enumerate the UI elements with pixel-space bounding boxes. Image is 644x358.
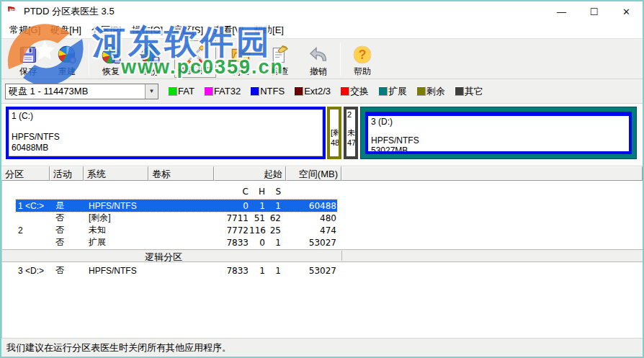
menu-harddisk[interactable]: 硬盘[H] <box>45 22 86 38</box>
remainder-label: [剩余] <box>331 128 339 138</box>
ext23-color-swatch <box>294 86 303 96</box>
legend-item-fat32: FAT32 <box>204 86 241 97</box>
save-icon <box>17 44 39 66</box>
partition-d-fs: HPFS/NTFS <box>371 135 419 146</box>
chs-subheader: C H S <box>16 185 337 197</box>
restore-button[interactable]: 恢复 <box>91 40 130 78</box>
help-label: 帮助 <box>354 66 371 76</box>
backup-icon <box>139 44 161 66</box>
header-system[interactable]: 系统 <box>84 166 148 181</box>
table-row-remainder[interactable]: 否 [剩余] 7711 51 62 480 <box>16 212 337 224</box>
chs-s: S <box>266 187 282 197</box>
table-row-extended[interactable]: 否 扩展 7833 0 1 53027 <box>16 236 337 249</box>
check-label: 检查 <box>271 66 288 76</box>
fat-color-swatch <box>168 86 177 96</box>
undo-label: 撤销 <box>310 66 327 76</box>
menu-help[interactable]: 帮助[E] <box>249 22 289 38</box>
backup-label: 备份 <box>141 66 158 76</box>
check-button[interactable]: 检查 <box>260 40 299 78</box>
header-space[interactable]: 空间(MB) <box>286 166 341 181</box>
partition-type-legend: FAT FAT32 NTFS Ext2/3 交换 扩展 剩余 其它 <box>168 85 493 98</box>
toolbar: 保存 重建 <box>1 38 643 79</box>
table-row-c[interactable]: 1 <C:> 是 HPFS/NTFS 0 1 1 60488 <box>16 200 337 212</box>
legend-item-remainder: 剩余 <box>416 85 445 98</box>
unknown-label: 未知 <box>347 128 355 138</box>
restore-label: 恢复 <box>102 66 120 76</box>
header-start[interactable]: 起始 <box>214 166 286 181</box>
browse-label: 浏览 <box>232 66 249 76</box>
repair-boot-icon <box>184 43 206 65</box>
remainder-size: 480 <box>331 138 339 148</box>
toolbar-separator <box>171 42 172 76</box>
window-title: PTDD 分区表医生 3.5 <box>24 5 115 18</box>
toolbar-separator <box>218 42 219 76</box>
legend-item-ext23: Ext2/3 <box>294 86 331 97</box>
close-button[interactable]: ✕ <box>610 1 643 22</box>
partition-c-name: 1 (C:) <box>12 111 33 121</box>
band-divider <box>341 251 342 261</box>
partition-c-size: 60488MB <box>12 143 48 153</box>
chs-h: H <box>249 187 266 197</box>
browse-button[interactable]: 浏览 <box>221 40 260 78</box>
partition-block-unknown[interactable]: 2 未知 474 <box>344 107 358 159</box>
partition-d-name: 3 (D:) <box>371 117 393 127</box>
header-filler <box>341 166 643 181</box>
save-button[interactable]: 保存 <box>9 40 48 78</box>
dropdown-arrow-icon[interactable]: ▼ <box>145 84 158 99</box>
legend-item-fat: FAT <box>168 86 194 97</box>
partition-table-body: C H S 1 <C:> 是 HPFS/NTFS 0 1 1 60488 否 [… <box>1 181 643 338</box>
backup-button[interactable]: 备份 <box>130 40 169 78</box>
header-partition[interactable]: 分区 <box>1 166 50 181</box>
table-header: 分区 活动 系统 卷标 起始 空间(MB) <box>1 166 643 181</box>
extended-color-swatch <box>378 86 388 96</box>
repair-boot-button[interactable]: 修复引导 <box>174 40 216 78</box>
minimize-button[interactable]: — <box>545 1 578 22</box>
swap-color-swatch <box>340 86 349 96</box>
menu-general[interactable]: 常规[G] <box>4 22 45 38</box>
undo-icon <box>308 44 329 66</box>
menu-partition[interactable]: 分区[P] <box>86 22 127 38</box>
help-icon: ? <box>352 44 373 66</box>
unknown-number: 2 <box>347 110 355 120</box>
menu-bar: 常规[G] 硬盘[H] 分区[P] 操作[O] 扇区[S] 查看[V] 帮助[E… <box>1 22 643 38</box>
partition-map: 1 (C:) HPFS/NTFS 60488MB [剩余] 480 2 未知 4… <box>1 103 643 166</box>
menu-view[interactable]: 查看[V] <box>208 22 249 38</box>
disk-legend-row: 硬盘 1 - 114473MB ▼ FAT FAT32 NTFS Ext2/3 … <box>1 79 643 103</box>
legend-item-other: 其它 <box>455 85 483 98</box>
legend-item-swap: 交换 <box>340 85 369 98</box>
disk-selector-value: 硬盘 1 - 114473MB <box>6 85 145 98</box>
title-bar: TD PTDD 分区表医生 3.5 — ☐ ✕ <box>1 1 643 22</box>
app-icon: TD <box>6 6 18 17</box>
help-button[interactable]: ? 帮助 <box>343 40 382 78</box>
header-label[interactable]: 卷标 <box>148 166 214 181</box>
partition-block-c[interactable]: 1 (C:) HPFS/NTFS 60488MB <box>6 107 326 159</box>
check-icon <box>269 44 290 66</box>
menu-sector[interactable]: 扇区[S] <box>168 22 208 38</box>
rebuild-label: 重建 <box>58 66 76 76</box>
partition-block-remainder[interactable]: [剩余] 480 <box>327 107 341 159</box>
logical-partition-label: 逻辑分区 <box>5 251 322 264</box>
maximize-button[interactable]: ☐ <box>578 1 610 22</box>
rebuild-icon <box>56 44 78 66</box>
partition-d-size: 53027MB <box>371 146 408 154</box>
other-color-swatch <box>455 86 464 96</box>
disk-selector[interactable]: 硬盘 1 - 114473MB ▼ <box>5 84 158 99</box>
svg-text:TD: TD <box>10 7 15 12</box>
status-message: 我们建议在运行分区表医生时关闭所有其他应用程序。 <box>6 341 231 354</box>
table-row-unknown[interactable]: 2 否 未知 7772 116 25 474 <box>16 224 337 236</box>
header-active[interactable]: 活动 <box>50 166 84 181</box>
remainder-color-swatch <box>416 86 426 96</box>
browse-folder-icon <box>230 44 251 66</box>
partition-c-fs: HPFS/NTFS <box>12 132 60 142</box>
undo-button[interactable]: 撤销 <box>299 40 338 78</box>
toolbar-separator <box>340 42 341 76</box>
partition-block-extended[interactable]: 3 (D:) HPFS/NTFS 53027MB <box>360 107 637 159</box>
rebuild-button[interactable]: 重建 <box>48 40 86 78</box>
table-row-d[interactable]: 3 <D:> 否 HPFS/NTFS 7833 1 1 53027 <box>16 264 337 277</box>
legend-item-extended: 扩展 <box>378 85 407 98</box>
app-window: TD PTDD 分区表医生 3.5 — ☐ ✕ 常规[G] 硬盘[H] 分区[P… <box>0 0 644 358</box>
partition-block-d[interactable]: 3 (D:) HPFS/NTFS 53027MB <box>365 112 632 154</box>
menu-operation[interactable]: 操作[O] <box>127 22 168 38</box>
status-bar: 我们建议在运行分区表医生时关闭所有其他应用程序。 <box>1 338 643 357</box>
logical-partition-band: 逻辑分区 <box>2 249 643 262</box>
